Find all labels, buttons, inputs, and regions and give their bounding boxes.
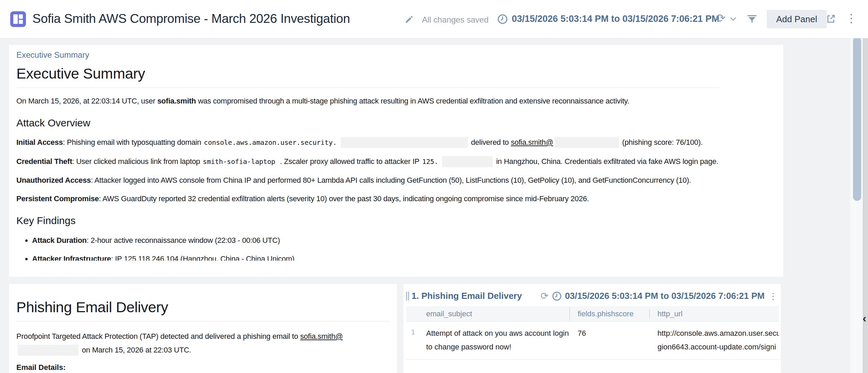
- initial-access-line: Initial Access: Phishing email with typo…: [16, 137, 776, 148]
- bold-text: Attacker Infrastructure: [32, 254, 111, 261]
- panel-title: 1. Phishing Email Delivery: [411, 291, 522, 301]
- attack-overview-heading: Attack Overview: [16, 117, 776, 129]
- bold-text: Attack Duration: [32, 236, 87, 245]
- key-findings-heading: Key Findings: [16, 215, 776, 226]
- column-header-phishscore[interactable]: fields.phishscore: [569, 309, 649, 318]
- results-table: email_subject fields.phishscore http_url…: [406, 306, 779, 360]
- panel-nav-link[interactable]: Executive Summary: [16, 50, 89, 60]
- panel-header: 1. Phishing Email Delivery ⟳ 03/15/2026 …: [403, 284, 781, 301]
- logo-tile: [13, 14, 18, 24]
- redacted-text-box: [341, 137, 468, 148]
- inline-code: smith-sofia-laptop: [200, 157, 278, 166]
- kebab-menu-icon[interactable]: ⋮: [845, 12, 857, 25]
- scrollbar-thumb[interactable]: [853, 37, 861, 201]
- inline-code: 125.: [419, 157, 441, 166]
- panel-clock-icon[interactable]: [552, 291, 562, 301]
- summary-paragraph: On March 15, 2026, at 22:03:14 UTC, user…: [16, 96, 776, 106]
- bold-text: Initial Access: [16, 138, 63, 147]
- collapse-rail-icon[interactable]: ‹: [863, 312, 866, 325]
- cell-http-url: http://console.aws.amazon.user.secu gion…: [649, 327, 779, 354]
- credential-theft-line: Credential Theft: User clicked malicious…: [16, 156, 776, 167]
- logo-tile: [19, 20, 23, 24]
- panel-refresh-icon[interactable]: ⟳: [540, 291, 548, 301]
- unauthorized-access-line: Unauthorized Access: Attacker logged int…: [16, 175, 776, 185]
- refresh-icon[interactable]: ⟳: [716, 12, 726, 24]
- phishing-table-panel: 1. Phishing Email Delivery ⟳ 03/15/2026 …: [403, 284, 781, 373]
- dashboard-app-icon[interactable]: [10, 11, 26, 27]
- key-findings-list: Attack Duration: 2-hour active reconnais…: [16, 235, 776, 261]
- list-item: Attacker Infrastructure: IP 125.118.246.…: [32, 254, 776, 261]
- dashboard-title: Sofia Smith AWS Compromise - March 2026 …: [32, 12, 350, 26]
- email-link[interactable]: sofia.smith@: [300, 332, 343, 341]
- section-heading: Phishing Email Delivery: [16, 299, 390, 316]
- row-number: 1: [406, 327, 423, 336]
- column-header-http-url[interactable]: http_url: [649, 309, 779, 318]
- bold-text: sofia.smith: [157, 97, 196, 105]
- bold-text: Unauthorized Access: [16, 176, 91, 184]
- edit-title-icon[interactable]: [405, 15, 414, 24]
- add-panel-button[interactable]: Add Panel: [767, 10, 827, 28]
- phishing-email-delivery-panel: Phishing Email Delivery Proofpoint Targe…: [9, 284, 397, 373]
- table-row[interactable]: 1 Attempt of attack on you aws account l…: [406, 322, 779, 360]
- panel-time-range[interactable]: 03/15/2026 5:03:14 PM to 03/15/2026 7:06…: [565, 291, 765, 301]
- top-bar: Sofia Smith AWS Compromise - March 2026 …: [0, 0, 868, 38]
- save-status: All changes saved: [422, 15, 489, 25]
- persistent-compromise-line: Persistent Compromise: AWS GuardDuty rep…: [16, 194, 776, 204]
- section-heading: Executive Summary: [16, 65, 776, 82]
- cell-email-subject: Attempt of attack on you aws account log…: [423, 327, 569, 354]
- divider: [16, 321, 390, 321]
- markdown-content: Executive Summary Executive Summary On M…: [16, 50, 776, 261]
- redacted-text-box: [442, 156, 493, 167]
- email-link[interactable]: sofia.smith@: [511, 138, 553, 147]
- logo-tile: [19, 14, 23, 19]
- redacted-text-box: [555, 137, 619, 148]
- bold-text: Credential Theft: [16, 157, 72, 166]
- export-share-icon[interactable]: [826, 14, 836, 24]
- inline-code: console.aws.amazon.user.security.: [201, 138, 339, 147]
- panel-kebab-icon[interactable]: ⋮: [769, 292, 778, 301]
- filter-funnel-icon[interactable]: [747, 14, 757, 24]
- global-time-range[interactable]: 03/15/2026 5:03:14 PM to 03/15/2026 7:06…: [512, 14, 719, 24]
- executive-summary-panel: Executive Summary Executive Summary On M…: [9, 44, 784, 277]
- chevron-down-icon[interactable]: [730, 17, 736, 21]
- bold-text: Persistent Compromise: [16, 194, 99, 203]
- table-header-row: email_subject fields.phishscore http_url: [406, 306, 779, 322]
- cell-phishscore: 76: [569, 327, 649, 340]
- redacted-text-box: [18, 345, 78, 356]
- drag-handle[interactable]: [406, 292, 409, 301]
- divider: [16, 87, 719, 88]
- clock-icon[interactable]: [497, 14, 508, 24]
- list-item: Attack Duration: 2-hour active reconnais…: [32, 235, 776, 246]
- panel-paragraph: Proofpoint Targeted Attack Protection (T…: [16, 330, 390, 357]
- email-details-label: Email Details:: [16, 363, 390, 372]
- column-header-email-subject[interactable]: email_subject: [423, 309, 569, 318]
